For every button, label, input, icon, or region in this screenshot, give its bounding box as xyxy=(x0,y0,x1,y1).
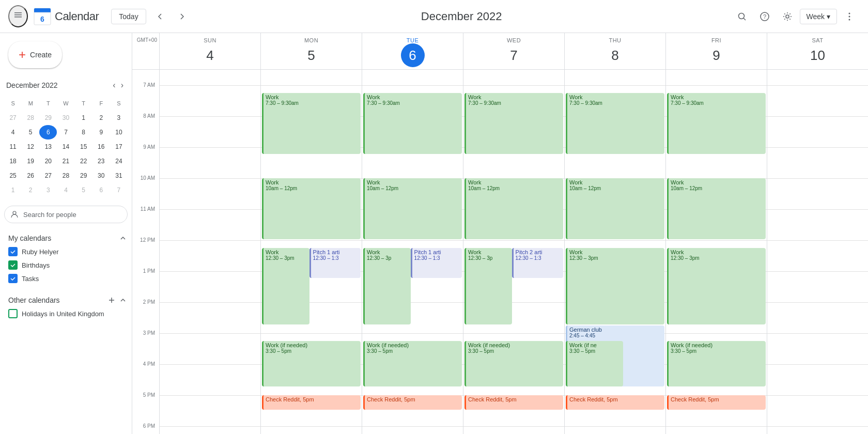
calendar-item-ruby[interactable]: Ruby Helyer xyxy=(0,245,132,258)
mini-cal-day[interactable]: 3 xyxy=(110,111,128,125)
add-calendar-icon[interactable] xyxy=(107,296,116,305)
mini-cal-day[interactable]: 4 xyxy=(4,125,22,140)
mini-cal-day[interactable]: 29 xyxy=(75,168,92,183)
mini-cal-day[interactable]: 2 xyxy=(22,183,39,197)
next-button[interactable] xyxy=(173,7,192,26)
mini-cal-day[interactable]: 20 xyxy=(39,154,57,168)
mini-cal-day[interactable]: 15 xyxy=(75,140,92,154)
wed-reddit[interactable]: Check Reddit, 5pm xyxy=(464,395,563,410)
menu-button[interactable] xyxy=(8,5,28,27)
mini-cal-day[interactable]: 30 xyxy=(92,168,110,183)
calendar-item-birthdays[interactable]: Birthdays xyxy=(0,258,132,272)
mini-cal-day[interactable]: 22 xyxy=(75,154,92,168)
top-right-actions: ? Week ▾ xyxy=(732,6,860,27)
mini-cal-day[interactable]: 3 xyxy=(39,183,57,197)
mini-cal-day[interactable]: 29 xyxy=(39,111,57,125)
mini-cal-day[interactable]: 27 xyxy=(39,168,57,183)
thu-work-if[interactable]: Work (if ne 3:30 – 5pm xyxy=(566,341,623,386)
mini-cal-day[interactable]: 12 xyxy=(22,140,39,154)
mini-cal-day[interactable]: 4 xyxy=(57,183,74,197)
mini-cal-day[interactable]: 11 xyxy=(4,140,22,154)
mini-cal-day[interactable]: 17 xyxy=(110,140,128,154)
mini-cal-next[interactable]: › xyxy=(119,79,126,92)
other-calendars-header[interactable]: Other calendars xyxy=(0,293,132,307)
mini-cal-day[interactable]: 27 xyxy=(4,111,22,125)
create-button[interactable]: + Create xyxy=(8,41,62,68)
fri-work-3[interactable]: Work 12:30 – 3pm xyxy=(667,248,766,324)
mon-work-if[interactable]: Work (if needed) 3:30 – 5pm xyxy=(262,341,361,386)
mini-cal-day[interactable]: 26 xyxy=(22,168,39,183)
mini-cal-day[interactable]: 13 xyxy=(39,140,57,154)
tue-work-if[interactable]: Work (if needed) 3:30 – 5pm xyxy=(363,341,462,386)
day-col-wed[interactable]: Work 7:30 – 9:30am Work 10am – 12pm Work… xyxy=(463,70,564,434)
calendar-item-tasks[interactable]: Tasks xyxy=(0,272,132,285)
tue-work-2[interactable]: Work 10am – 12pm xyxy=(363,178,462,239)
view-selector[interactable]: Week ▾ xyxy=(800,9,837,24)
mini-cal-day[interactable]: 18 xyxy=(4,154,22,168)
fri-work-2[interactable]: Work 10am – 12pm xyxy=(667,178,766,239)
fri-work-1[interactable]: Work 7:30 – 9:30am xyxy=(667,93,766,154)
mini-cal-day[interactable]: 30 xyxy=(57,111,74,125)
wed-work-2[interactable]: Work 10am – 12pm xyxy=(464,178,563,239)
mini-cal-day[interactable]: 21 xyxy=(57,154,74,168)
mini-cal-day[interactable]: 9 xyxy=(92,125,110,140)
day-col-mon[interactable]: Work 7:30 – 9:30am Work 10am – 12pm Work… xyxy=(260,70,362,434)
mini-cal-day[interactable]: 8 xyxy=(75,125,92,140)
time-grid-wrap[interactable]: 7 AM 8 AM 9 AM 10 AM 11 AM 12 PM 1 PM 2 … xyxy=(132,70,868,434)
day-col-fri[interactable]: Work 7:30 – 9:30am Work 10am – 12pm Work… xyxy=(665,70,767,434)
mini-cal-day[interactable]: 2 xyxy=(92,111,110,125)
wed-pitch-2[interactable]: Pitch 2 arti 12:30 – 1:3 xyxy=(512,248,563,278)
mon-work-1[interactable]: Work 7:30 – 9:30am xyxy=(262,93,361,154)
day-col-sun[interactable] xyxy=(159,70,260,434)
mini-cal-day[interactable]: 14 xyxy=(57,140,74,154)
day-col-thu[interactable]: Work 7:30 – 9:30am Work 10am – 12pm Work… xyxy=(564,70,665,434)
mini-cal-day[interactable]: 24 xyxy=(110,154,128,168)
mini-cal-prev[interactable]: ‹ xyxy=(111,79,117,92)
mini-cal-day[interactable]: 1 xyxy=(4,183,22,197)
wed-work-1[interactable]: Work 7:30 – 9:30am xyxy=(464,93,563,154)
mini-cal-day[interactable]: 10 xyxy=(110,125,128,140)
search-people[interactable]: Search for people xyxy=(4,206,128,223)
settings-button[interactable] xyxy=(777,6,798,27)
mini-cal-day[interactable]: 6 xyxy=(92,183,110,197)
help-button[interactable]: ? xyxy=(754,6,775,27)
thu-work-3[interactable]: Work 12:30 – 3pm xyxy=(566,248,664,324)
tue-pitch-1[interactable]: Pitch 1 arti 12:30 – 1:3 xyxy=(411,248,462,278)
mini-cal-day[interactable]: 25 xyxy=(4,168,22,183)
mini-cal-day[interactable]: 6 xyxy=(39,125,57,140)
prev-button[interactable] xyxy=(150,7,169,26)
my-calendars-header[interactable]: My calendars xyxy=(0,231,132,245)
mon-reddit[interactable]: Check Reddit, 5pm xyxy=(262,395,361,410)
thu-work-2[interactable]: Work 10am – 12pm xyxy=(566,178,664,239)
mini-cal-day[interactable]: 5 xyxy=(22,125,39,140)
fri-work-if[interactable]: Work (if needed) 3:30 – 5pm xyxy=(667,341,766,386)
wed-work-if[interactable]: Work (if needed) 3:30 – 5pm xyxy=(464,341,563,386)
mon-work-2[interactable]: Work 10am – 12pm xyxy=(262,178,361,239)
mini-cal-day[interactable]: 5 xyxy=(75,183,92,197)
mon-pitch-1[interactable]: Pitch 1 arti 12:30 – 1:3 xyxy=(309,248,361,278)
day-col-sat[interactable] xyxy=(767,70,868,434)
search-button[interactable] xyxy=(732,6,752,27)
tue-reddit[interactable]: Check Reddit, 5pm xyxy=(363,395,462,410)
thu-reddit[interactable]: Check Reddit, 5pm xyxy=(566,395,664,410)
calendar-item-holidays[interactable]: Holidays in United Kingdom xyxy=(0,307,132,320)
mini-cal-day[interactable]: 19 xyxy=(22,154,39,168)
day-col-tue[interactable]: Work 7:30 – 9:30am Work 10am – 12pm Work… xyxy=(362,70,463,434)
thu-work-1[interactable]: Work 7:30 – 9:30am xyxy=(566,93,664,154)
mini-cal-day[interactable]: 7 xyxy=(110,183,128,197)
tue-work-3[interactable]: Work 12:30 – 3p xyxy=(363,248,411,324)
today-button[interactable]: Today xyxy=(111,9,146,24)
mini-cal-day[interactable]: 28 xyxy=(22,111,39,125)
mini-cal-day[interactable]: 7 xyxy=(57,125,74,140)
more-options-button[interactable] xyxy=(839,6,860,27)
mon-work-3[interactable]: Work 12:30 – 3pm xyxy=(262,248,309,324)
mini-cal-day[interactable]: 16 xyxy=(92,140,110,154)
fri-reddit[interactable]: Check Reddit, 5pm xyxy=(667,395,766,410)
mini-cal-day[interactable]: 28 xyxy=(57,168,74,183)
wed-work-3[interactable]: Work 12:30 – 3p xyxy=(464,248,512,324)
mini-cal-day[interactable]: 31 xyxy=(110,168,128,183)
tue-work-1[interactable]: Work 7:30 – 9:30am xyxy=(363,93,462,154)
mini-cal-day[interactable]: 1 xyxy=(75,111,92,125)
mini-cal-day[interactable]: 23 xyxy=(92,154,110,168)
mini-cal-day-header: T xyxy=(75,96,92,111)
